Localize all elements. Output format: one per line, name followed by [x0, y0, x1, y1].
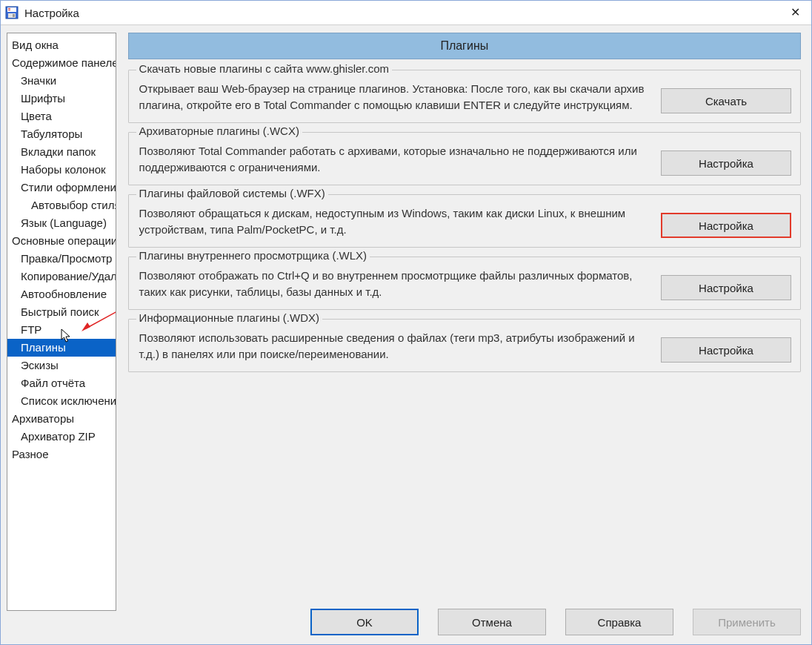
- groupbox-description: Позволяют обращаться к дискам, недоступн…: [139, 205, 649, 238]
- groupbox-description: Позволяют отображать по Ctrl+Q и во внут…: [139, 268, 649, 300]
- tree-item-быстрый-поиск[interactable]: Быстрый поиск: [7, 303, 116, 321]
- configure-button-1[interactable]: Настройка: [661, 150, 791, 176]
- tree-item-разное[interactable]: Разное: [7, 446, 116, 463]
- titlebar: Настройка ✕: [1, 1, 811, 25]
- cancel-button[interactable]: Отмена: [438, 609, 546, 635]
- help-button[interactable]: Справка: [565, 609, 673, 635]
- svg-rect-5: [13, 14, 15, 17]
- groupbox-body: Позволяют отображать по Ctrl+Q и во внут…: [139, 268, 791, 300]
- configure-wfx-button[interactable]: Настройка: [661, 213, 791, 238]
- close-icon: ✕: [791, 7, 800, 19]
- groupbox-1: Архиваторные плагины (.WCX)Позволяют Tot…: [128, 132, 801, 185]
- groupbox-title: Плагины файловой системы (.WFX): [136, 187, 328, 199]
- tree-item-табуляторы[interactable]: Табуляторы: [7, 125, 116, 143]
- dialog-footer: OK Отмена Справка Применить: [1, 604, 811, 644]
- download-button[interactable]: Скачать: [661, 88, 791, 113]
- settings-window: Настройка ✕ Вид окнаСодержимое панелейЗн…: [0, 0, 812, 645]
- tree-item-плагины[interactable]: Плагины: [7, 339, 116, 357]
- tree-item-файл-отчёта[interactable]: Файл отчёта: [7, 374, 116, 392]
- groupbox-body: Позволяют использовать расширенные сведе…: [139, 330, 791, 363]
- tree-item-список-исключений[interactable]: Список исключений: [7, 392, 116, 410]
- dialog-body: Вид окнаСодержимое панелейЗначкиШрифтыЦв…: [1, 25, 811, 604]
- svg-rect-2: [8, 8, 10, 9]
- groupbox-title: Скачать новые плагины с сайта www.ghisle…: [136, 62, 392, 75]
- tree-item-автовыбор-стиля[interactable]: Автовыбор стиля: [7, 196, 116, 214]
- groupbox-body: Открывает ваш Web-браузер на странице пл…: [139, 81, 791, 113]
- groupbox-2: Плагины файловой системы (.WFX)Позволяют…: [128, 194, 801, 248]
- tree-item-язык-language-[interactable]: Язык (Language): [7, 214, 116, 232]
- groupbox-description: Открывает ваш Web-браузер на странице пл…: [139, 81, 649, 113]
- groupbox-body: Позволяют Total Commander работать с арх…: [139, 143, 791, 176]
- tree-item-значки[interactable]: Значки: [7, 72, 116, 90]
- ok-button[interactable]: OK: [310, 609, 419, 635]
- apply-button[interactable]: Применить: [693, 609, 801, 635]
- page-title: Плагины: [128, 33, 801, 59]
- groupbox-description: Позволяют использовать расширенные сведе…: [139, 330, 649, 363]
- tree-item-автообновление[interactable]: Автообновление: [7, 285, 116, 303]
- groupbox-0: Скачать новые плагины с сайта www.ghisle…: [128, 70, 801, 123]
- groupbox-description: Позволяют Total Commander работать с арх…: [139, 143, 649, 176]
- groupbox-title: Плагины внутреннего просмотрщика (.WLX): [136, 249, 370, 262]
- tree-item-вид-окна[interactable]: Вид окна: [7, 36, 116, 54]
- tree-item-основные-операции[interactable]: Основные операции: [7, 232, 116, 250]
- tree-item-стили-оформления[interactable]: Стили оформления: [7, 179, 116, 196]
- tree-item-эскизы[interactable]: Эскизы: [7, 357, 116, 374]
- tree-item-архиваторы[interactable]: Архиваторы: [7, 410, 116, 428]
- svg-rect-3: [8, 10, 10, 10]
- tree-item-архиватор-zip[interactable]: Архиватор ZIP: [7, 428, 116, 446]
- tree-item-содержимое-панелей[interactable]: Содержимое панелей: [7, 54, 116, 72]
- close-button[interactable]: ✕: [779, 1, 811, 24]
- tree-item-копирование-удаление[interactable]: Копирование/Удаление: [7, 268, 116, 285]
- tree-item-вкладки-папок[interactable]: Вкладки папок: [7, 143, 116, 161]
- configure-button-4[interactable]: Настройка: [661, 337, 791, 363]
- tree-item-цвета[interactable]: Цвета: [7, 108, 116, 125]
- groupbox-body: Позволяют обращаться к дискам, недоступн…: [139, 205, 791, 238]
- category-tree[interactable]: Вид окнаСодержимое панелейЗначкиШрифтыЦв…: [7, 33, 116, 611]
- disk-icon: [5, 6, 19, 19]
- configure-button-3[interactable]: Настройка: [661, 275, 791, 300]
- tree-item-шрифты[interactable]: Шрифты: [7, 90, 116, 108]
- window-title: Настройка: [24, 7, 779, 19]
- groupbox-title: Архиваторные плагины (.WCX): [136, 125, 302, 137]
- tree-item-правка-просмотр[interactable]: Правка/Просмотр: [7, 250, 116, 268]
- groupbox-4: Информационные плагины (.WDX)Позволяют и…: [128, 319, 801, 372]
- groupbox-title: Информационные плагины (.WDX): [136, 311, 322, 324]
- tree-item-наборы-колонок[interactable]: Наборы колонок: [7, 161, 116, 179]
- groupbox-3: Плагины внутреннего просмотрщика (.WLX)П…: [128, 257, 801, 310]
- tree-item-ftp[interactable]: FTP: [7, 321, 116, 339]
- content-panel: Плагины Скачать новые плагины с сайта ww…: [128, 33, 801, 600]
